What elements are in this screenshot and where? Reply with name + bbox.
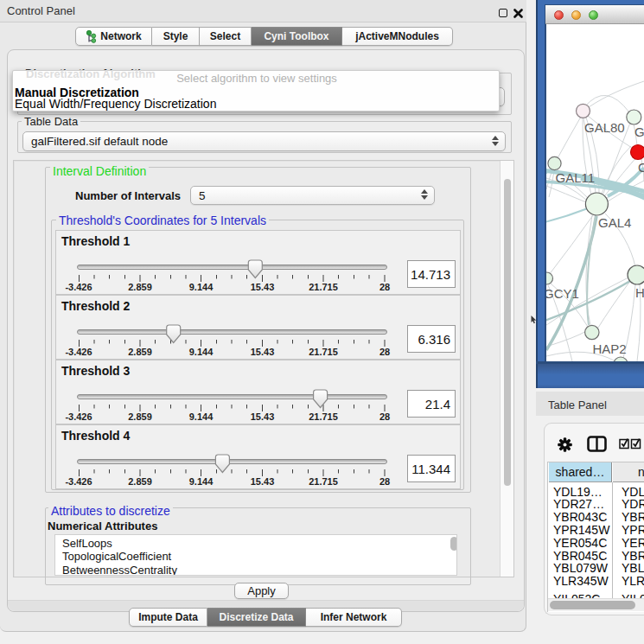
svg-text:CA: CA	[638, 160, 644, 175]
svg-text:GAL11: GAL11	[556, 170, 596, 185]
svg-text:HA: HA	[635, 285, 644, 300]
svg-text:GCY1: GCY1	[546, 286, 579, 301]
svg-text:GAL4: GAL4	[598, 215, 631, 230]
svg-text:GA: GA	[634, 124, 644, 139]
svg-text:GAL80: GAL80	[584, 120, 625, 135]
svg-text:HAP2: HAP2	[592, 341, 626, 356]
